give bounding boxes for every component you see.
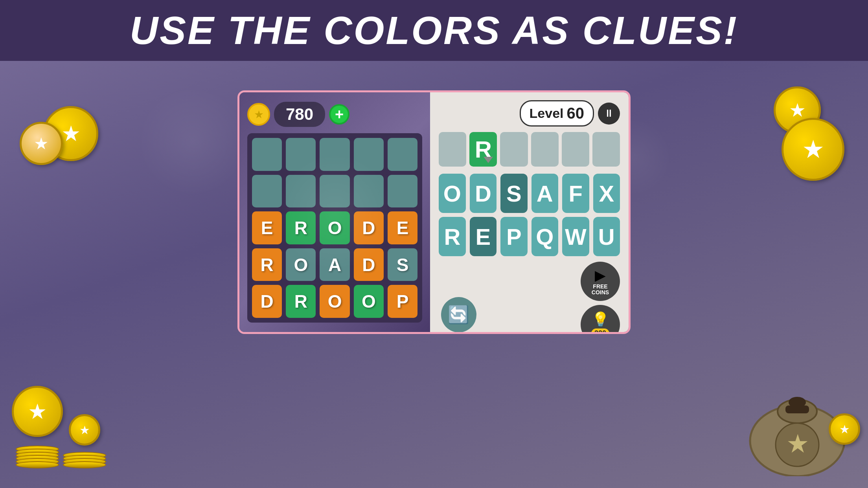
top-right-coins: ★ ★ [758,86,844,189]
bottom-left-coins: ★ ★ [12,350,122,468]
letter-button[interactable]: D [470,174,497,213]
word-grid: ERODEROADSDROOP [247,133,422,323]
grid-cell: E [252,211,282,244]
letter-row: ODSAFX [439,174,620,213]
level-bar: Level 60 ⏸ [439,100,620,127]
plus-icon: + [335,106,344,123]
grid-cell: D [252,285,282,318]
grid-cell: R [286,285,316,318]
letter-area: ODSAFXREPQWU [439,174,620,256]
level-label: Level [530,106,564,121]
letter-button[interactable]: O [439,174,465,213]
grid-cell: O [354,285,384,318]
shuffle-button[interactable]: 🔄 SHUFFLE [439,297,478,334]
grid-cell [252,138,282,171]
shuffle-icon: 🔄 [448,305,469,325]
letter-button[interactable]: Q [531,217,558,256]
pause-icon: ⏸ [604,107,614,119]
letter-button[interactable]: X [593,174,620,213]
right-panel: Level 60 ⏸ R ODSAFXREPQWU 🔄 SHUFFLE ▶ [430,92,629,332]
grid-cell [320,138,349,171]
grid-cell: O [320,285,349,318]
grid-cell [320,175,349,208]
answer-row: R [439,132,620,167]
score-star: ★ [247,103,270,126]
grid-cell [286,138,316,171]
pause-button[interactable]: ⏸ [598,103,620,125]
letter-button[interactable]: R [439,217,465,256]
letter-button[interactable]: A [531,174,558,213]
letter-button[interactable]: W [562,217,589,256]
free-coins-button[interactable]: ▶ FREECOINS [581,262,620,301]
svg-text:★: ★ [787,432,808,457]
level-badge: Level 60 [520,100,594,127]
answer-cell [531,132,559,167]
letter-button[interactable]: U [593,217,620,256]
star-icon: ★ [254,108,264,121]
grid-cell [354,175,384,208]
grid-cell [388,175,417,208]
lightbulb-icon: 💡 [592,311,609,328]
grid-cell: O [286,248,316,281]
score-value: 780 [274,102,325,127]
grid-cell [388,138,417,171]
letter-button[interactable]: E [470,217,497,256]
grid-cell: D [354,211,384,244]
hint-cost: 220 [591,328,609,334]
free-coins-label: FREECOINS [592,284,609,296]
grid-cell: O [320,211,349,244]
svg-point-5 [789,397,806,408]
answer-cell [439,132,466,167]
main-panel: ★ 780 + ERODEROADSDROOP Level 60 ⏸ R O [237,90,631,334]
score-bar: ★ 780 + [247,102,422,127]
grid-cell: R [252,248,282,281]
coin-stack-layer [63,461,106,468]
bottom-buttons: 🔄 SHUFFLE ▶ FREECOINS 💡 220 [439,262,620,334]
left-panel: ★ 780 + ERODEROADSDROOP [239,92,430,332]
grid-cell: A [320,248,349,281]
letter-button[interactable]: F [562,174,589,213]
grid-cell [286,175,316,208]
grid-cell: R [286,211,316,244]
grid-cell [252,175,282,208]
grid-cell: S [388,248,417,281]
answer-cell [500,132,528,167]
play-icon: ▶ [595,267,606,284]
coin-stack-layer [16,461,59,468]
header-title: USE THE COLORS AS CLUES! [130,8,738,53]
letter-button[interactable]: S [500,174,527,213]
letter-row: REPQWU [439,217,620,256]
letter-button[interactable]: P [500,217,527,256]
header: USE THE COLORS AS CLUES! [0,0,868,61]
shuffle-circle: 🔄 [441,297,476,332]
grid-cell: D [354,248,384,281]
coin-bag-svg: ★ [742,350,852,476]
hint-button[interactable]: 💡 220 [581,305,620,334]
answer-cell [592,132,620,167]
coin-bag-area: ★ ★ [742,350,852,476]
top-left-coins: ★ ★ [20,90,106,169]
level-number: 60 [567,105,585,122]
hint-cost-value: 220 [594,329,606,334]
action-buttons: ▶ FREECOINS 💡 220 [581,262,620,334]
grid-cell [354,138,384,171]
grid-cell: P [388,285,417,318]
answer-cell [562,132,589,167]
grid-cell: E [388,211,417,244]
add-score-button[interactable]: + [329,104,349,125]
